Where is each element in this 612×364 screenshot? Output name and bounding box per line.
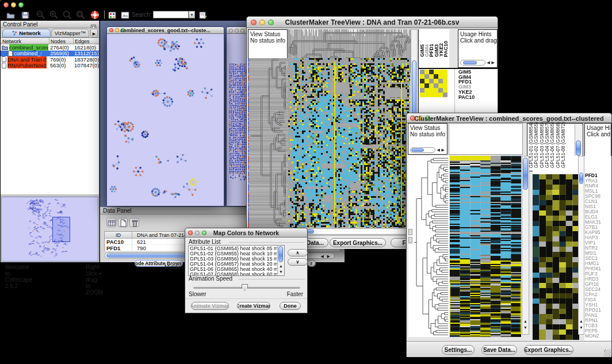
tv1-title-bar[interactable]: ClusterMaker TreeView : DNA and Tran 07-… — [247, 17, 498, 28]
tv1-export-graphics-button[interactable]: Export Graphics... — [330, 238, 386, 247]
tv2-settings-button[interactable]: Settings... — [442, 345, 475, 355]
tv2-column-label[interactable]: GPL51-08 (GSM872) — [561, 122, 566, 168]
network-list-item[interactable]: RNAPuberNov2+563(0)107847(0) — [1, 63, 99, 69]
zoom-button[interactable] — [18, 2, 24, 7]
network-tab-icon — [12, 30, 17, 36]
snapshot-icon[interactable] — [121, 11, 129, 21]
network-view-title: combined_scores_good.txt--cluste... — [107, 28, 224, 33]
network-table-header: Network Nodes Edges — [1, 38, 99, 44]
tv2-column-label[interactable]: GPL51-02 (GSM855) — [534, 122, 539, 168]
folder-icon — [2, 45, 8, 50]
treeview-window-2: ClusterMaker TreeView : combined_scores_… — [406, 113, 612, 357]
tv1-title: ClusterMaker TreeView : DNA and Tran 07-… — [247, 18, 498, 26]
status-zoom-hint: Right-click + drag to ZOOM — [86, 264, 103, 296]
desktop: Cytoscape Desktop (Session Name: collins… — [0, 0, 612, 364]
cytoscape-main-window: Cytoscape Desktop (Session Name: collins… — [0, 0, 1, 1]
attribute-list[interactable]: GPL51-01 (GSM854) heat shock 05 minGPL51… — [188, 245, 285, 276]
tv1-heatmap[interactable] — [288, 58, 410, 228]
file-icon — [8, 51, 13, 56]
tv2-column-label[interactable]: GPL51-07 (GSM868) — [556, 122, 561, 168]
zoom-fit-icon[interactable] — [76, 10, 85, 22]
tv2-heatmap[interactable] — [450, 156, 521, 337]
tv2-status-hscrollbar[interactable] — [410, 147, 435, 153]
annotation-icon[interactable] — [199, 11, 207, 21]
tv2-column-label[interactable]: GPL51-06 (GSM865) — [550, 122, 555, 168]
tv2-gene-labels-pane: PFD1YRA1RNR4MSL1SPC98CLN1NIS1BUD4ELG1MAK… — [584, 156, 611, 340]
attribute-select-icon[interactable] — [106, 218, 116, 227]
search-input[interactable] — [153, 11, 189, 18]
close-button[interactable] — [3, 2, 9, 7]
tv2-column-dendrogram[interactable] — [449, 123, 523, 155]
file-icon — [2, 63, 6, 68]
tv1-gene-label[interactable]: PAC10 — [458, 95, 496, 100]
tv1-usage-hscrollbar[interactable] — [460, 60, 485, 66]
tv2-title: ClusterMaker TreeView : combined_scores_… — [407, 115, 611, 122]
tv1-column-label[interactable]: PAC10 — [443, 41, 449, 57]
edge-attribute-browser-tab[interactable]: r — [307, 260, 316, 267]
tv2-gene-label[interactable]: MON2 — [585, 334, 601, 339]
col-header-id[interactable]: ID — [105, 232, 132, 238]
zoom-in-icon[interactable] — [49, 10, 59, 22]
tv2-heatmap-vscrollbar[interactable]: ▲ ▼ — [522, 156, 529, 335]
faster-label: Faster — [287, 291, 303, 297]
tv2-column-label[interactable]: GPL51-03 (GSM856) — [540, 122, 545, 168]
map-colors-dialog: Map Colors to Network Attribute List GPL… — [185, 228, 308, 313]
help-icon[interactable] — [90, 10, 100, 22]
tv1-row-dendrogram[interactable] — [248, 58, 288, 228]
network-overview[interactable] — [1, 197, 98, 262]
tv2-button-bar: Settings... Save Data... Export Graphics… — [407, 341, 611, 357]
tab-network[interactable]: Network — [2, 29, 51, 37]
network-list-item[interactable]: combined_sco2569(6)13112(15) — [1, 51, 99, 57]
dialog-title-bar[interactable]: Map Colors to Network — [185, 228, 307, 237]
tv2-view-status: View Status No status info t ◀ ▶ — [408, 123, 447, 155]
file-icon — [2, 56, 6, 62]
zoom-selected-icon[interactable] — [63, 10, 72, 22]
tv2-dendro-widget[interactable] — [408, 229, 412, 235]
tv2-save-data-button[interactable]: Save Data... — [481, 345, 517, 355]
save-icon[interactable] — [21, 11, 29, 21]
network-list-item[interactable]: DNA and Tran 07769(0)183728(0) — [1, 56, 99, 63]
slower-label: Slower — [189, 291, 206, 297]
tv1-usage-hints: Usage Hints Click and drag to ◀ ▶ — [458, 29, 498, 68]
done-button[interactable]: Done — [280, 302, 301, 310]
delete-attribute-icon[interactable] — [129, 218, 139, 227]
data-panel-title: Data Panel — [103, 208, 131, 214]
network-list: combined_scores2764(0)16218(0)combined_s… — [1, 44, 99, 194]
status-pan-hint: Middle- — [165, 264, 183, 270]
tv2-dendro-widget2[interactable] — [408, 237, 412, 243]
tv2-row-dendrogram[interactable] — [408, 156, 449, 337]
tv2-gene-vscrollbar[interactable]: ▲ ▼ — [578, 156, 584, 335]
move-up-button[interactable]: ∧ — [288, 249, 308, 256]
create-vizmap-button[interactable]: Create Vizmap — [237, 302, 270, 310]
tv2-export-graphics-button[interactable]: Export Graphics... — [524, 345, 573, 355]
status-welcome: Welcome to Cytoscape 2.6.2 — [5, 264, 32, 289]
new-attribute-icon[interactable] — [118, 218, 128, 227]
speed-slider-thumb[interactable] — [242, 284, 248, 291]
zoom-out-icon[interactable] — [36, 10, 45, 22]
open-icon[interactable] — [6, 11, 15, 21]
control-panel-title: Control Panel — [3, 21, 38, 28]
animate-vizmap-button[interactable]: Animate Vizmap — [191, 302, 229, 310]
network-list-item[interactable]: combined_scores2764(0)16218(0) — [1, 44, 99, 51]
tv1-zoom-heatmap[interactable] — [420, 70, 447, 97]
overview-viewport-rect[interactable] — [52, 217, 70, 242]
network-view-window-1[interactable]: combined_scores_good.txt--cluste... — [106, 26, 224, 206]
control-panel: Control Panel Network VizMapper™ ▶ Netwo… — [1, 21, 100, 262]
search-label: Search: — [132, 12, 151, 18]
dialog-title: Map Colors to Network — [185, 229, 307, 236]
move-down-button[interactable]: ∨ — [288, 258, 308, 266]
tv2-title-bar[interactable]: ClusterMaker TreeView : combined_scores_… — [407, 113, 611, 123]
tv2-zoom-heatmap[interactable] — [533, 156, 579, 340]
tv1-gene-labels: GIM5GIM4PFD1GIM3YKE2PAC10 — [458, 70, 496, 99]
vizmapper-icon[interactable] — [108, 11, 116, 21]
attribute-list-label: Attribute List — [189, 239, 221, 245]
minimize-button[interactable] — [11, 2, 16, 7]
animation-speed-label: Animation Speed — [189, 275, 232, 282]
tv2-resize-grip[interactable] — [604, 350, 611, 357]
tab-overflow-button[interactable]: ▶ — [90, 29, 98, 37]
tab-vizmapper[interactable]: VizMapper™ — [51, 29, 89, 37]
search-dropdown[interactable]: ▼ — [189, 11, 195, 18]
